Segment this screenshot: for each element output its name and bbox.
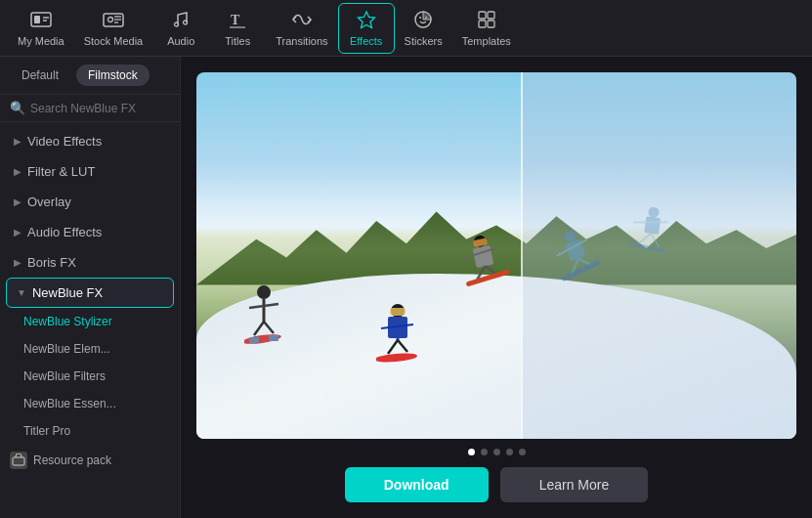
svg-point-15 xyxy=(419,17,421,19)
svg-marker-13 xyxy=(358,12,374,28)
templates-icon xyxy=(477,10,496,32)
download-button[interactable]: Download xyxy=(345,467,489,502)
sidebar-sub-newblue-elem[interactable]: NewBlue Elem... xyxy=(0,335,180,363)
sidebar: Default Filmstock 🔍 ▶ Video Effects ▶ Fi… xyxy=(0,57,181,518)
learn-more-button[interactable]: Learn More xyxy=(500,467,649,502)
sidebar-sub-newblue-filters[interactable]: NewBlue Filters xyxy=(0,363,180,390)
sidebar-sub-newblue-essen[interactable]: NewBlue Essen... xyxy=(0,390,180,417)
audio-icon xyxy=(171,10,191,32)
stickers-icon xyxy=(413,10,433,32)
dot-2[interactable] xyxy=(481,449,488,455)
search-icon: 🔍 xyxy=(10,101,25,115)
dot-5[interactable] xyxy=(519,449,526,455)
svg-line-26 xyxy=(264,322,274,333)
svg-rect-40 xyxy=(473,245,494,268)
sidebar-item-boris-fx[interactable]: ▶ Boris FX xyxy=(0,247,180,278)
svg-rect-21 xyxy=(13,457,24,465)
preview-container xyxy=(196,72,796,439)
nav-label-effects: Effects xyxy=(350,35,382,47)
search-input[interactable] xyxy=(30,102,170,115)
top-navigation: My Media Stock Media Audio xyxy=(0,0,812,57)
sidebar-item-resource-pack[interactable]: Resource pack xyxy=(0,445,180,476)
nav-item-titles[interactable]: T Titles xyxy=(209,4,266,53)
sidebar-list: ▶ Video Effects ▶ Filter & LUT ▶ Overlay… xyxy=(0,122,180,518)
main-layout: Default Filmstock 🔍 ▶ Video Effects ▶ Fi… xyxy=(0,57,812,518)
svg-point-9 xyxy=(175,22,179,26)
effects-icon xyxy=(357,10,376,32)
content-area: Download Learn More xyxy=(181,57,812,518)
svg-point-22 xyxy=(257,285,271,299)
titles-icon: T xyxy=(228,10,247,32)
my-media-icon xyxy=(30,10,52,32)
chevron-right-icon: ▶ xyxy=(14,227,21,237)
nav-item-transitions[interactable]: Transitions xyxy=(266,4,337,53)
sidebar-item-video-effects[interactable]: ▶ Video Effects xyxy=(0,126,180,156)
transitions-icon xyxy=(291,10,313,32)
svg-rect-17 xyxy=(479,12,486,19)
chevron-right-icon: ▶ xyxy=(14,166,21,177)
svg-line-25 xyxy=(254,322,264,335)
svg-point-5 xyxy=(107,17,112,22)
tab-default[interactable]: Default xyxy=(10,65,70,86)
svg-point-37 xyxy=(376,352,417,364)
chevron-right-icon: ▶ xyxy=(14,257,21,268)
dot-1[interactable] xyxy=(468,449,475,455)
nav-item-stickers[interactable]: Stickers xyxy=(395,4,452,53)
nav-item-audio[interactable]: Audio xyxy=(152,4,209,53)
action-buttons: Download Learn More xyxy=(345,467,648,502)
nav-label-transitions: Transitions xyxy=(276,35,327,47)
sidebar-item-audio-effects[interactable]: ▶ Audio Effects xyxy=(0,217,180,247)
snowboarder-figure-2 xyxy=(376,303,425,384)
preview-divider xyxy=(521,72,523,439)
nav-label-titles: Titles xyxy=(225,35,250,47)
svg-rect-44 xyxy=(466,269,510,286)
nav-item-my-media[interactable]: My Media xyxy=(8,4,74,53)
resource-pack-icon xyxy=(10,452,27,469)
chevron-down-icon: ▼ xyxy=(17,287,26,298)
svg-line-36 xyxy=(398,340,407,352)
sidebar-sub-newblue-stylizer[interactable]: NewBlue Stylizer xyxy=(0,308,180,335)
dot-4[interactable] xyxy=(506,449,513,455)
nav-label-audio: Audio xyxy=(167,35,194,47)
svg-rect-19 xyxy=(479,21,486,27)
sidebar-item-overlay[interactable]: ▶ Overlay xyxy=(0,187,180,217)
svg-rect-1 xyxy=(34,16,40,23)
dot-3[interactable] xyxy=(493,449,500,455)
sidebar-item-newblue-fx[interactable]: ▼ NewBlue FX xyxy=(6,278,174,308)
svg-rect-28 xyxy=(249,337,259,343)
snowboarder-figure-1 xyxy=(244,284,298,366)
chevron-right-icon: ▶ xyxy=(14,136,21,147)
preview-image xyxy=(196,72,796,439)
search-bar: 🔍 xyxy=(0,95,180,122)
nav-label-templates: Templates xyxy=(462,35,511,47)
svg-rect-18 xyxy=(488,12,494,19)
nav-item-effects[interactable]: Effects xyxy=(338,3,395,54)
svg-text:T: T xyxy=(231,13,240,27)
chevron-right-icon: ▶ xyxy=(14,196,21,207)
svg-point-16 xyxy=(425,17,427,19)
nav-label-stickers: Stickers xyxy=(405,35,443,47)
svg-point-10 xyxy=(184,21,188,24)
svg-rect-20 xyxy=(488,21,494,27)
svg-line-35 xyxy=(388,340,398,354)
tab-filmstock[interactable]: Filmstock xyxy=(76,65,150,86)
nav-item-stock-media[interactable]: Stock Media xyxy=(74,4,153,53)
nav-label-stock-media: Stock Media xyxy=(84,35,144,47)
sidebar-sub-titler-pro[interactable]: Titler Pro xyxy=(0,417,180,445)
stock-media-icon xyxy=(103,10,124,32)
effect-overlay xyxy=(521,72,796,439)
nav-label-my-media: My Media xyxy=(18,35,64,47)
svg-rect-31 xyxy=(390,308,406,316)
sidebar-item-filter-lut[interactable]: ▶ Filter & LUT xyxy=(0,156,180,187)
nav-item-templates[interactable]: Templates xyxy=(452,4,521,53)
preview-dots xyxy=(468,449,526,455)
svg-rect-29 xyxy=(269,335,278,341)
sidebar-tabs: Default Filmstock xyxy=(0,57,180,95)
